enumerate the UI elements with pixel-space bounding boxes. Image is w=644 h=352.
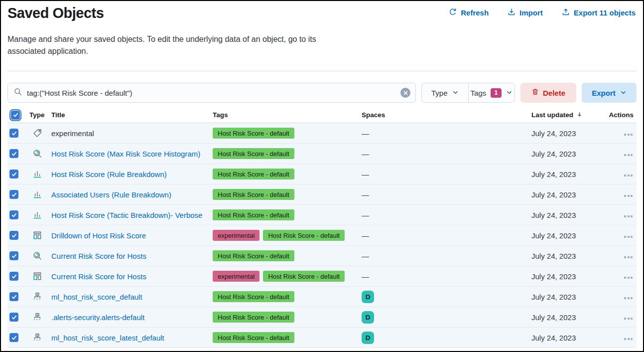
tag-badge[interactable]: Host Risk Score - default (213, 312, 294, 323)
chevron-down-icon (620, 89, 627, 97)
actions-menu-button[interactable] (623, 234, 634, 240)
object-title-link[interactable]: ml_host_risk_score_default (51, 293, 142, 301)
export-button[interactable]: Export (582, 83, 637, 103)
row-checkbox[interactable] (9, 292, 18, 301)
object-title-link[interactable]: Current Risk Score for Hosts (51, 272, 146, 281)
tag-badge[interactable]: Host Risk Score - default (213, 128, 294, 139)
spaces-empty: — (362, 272, 369, 281)
spaces-cell: — (362, 231, 531, 240)
row-checkbox[interactable] (9, 272, 18, 281)
object-title-link[interactable]: Host Risk Score (Rule Breakdown) (51, 170, 167, 178)
object-title-link[interactable]: .alerts-security.alerts-default (51, 313, 144, 322)
export-objects-button[interactable]: Export 11 objects (562, 8, 636, 17)
select-all-checkbox[interactable] (11, 111, 20, 120)
actions-menu-button[interactable] (623, 213, 634, 219)
tag-badge[interactable]: Host Risk Score - default (263, 271, 345, 282)
column-header-last-updated[interactable]: Last updated (531, 111, 606, 119)
tag-badge[interactable]: Host Risk Score - default (213, 250, 294, 261)
page-description: Manage and share your saved objects. To … (7, 33, 336, 57)
actions-menu-button[interactable] (623, 152, 634, 158)
column-header-tags: Tags (213, 111, 362, 119)
tag-badge[interactable]: Host Risk Score - default (263, 230, 345, 241)
last-updated-cell: July 24, 2023 (531, 293, 606, 301)
actions-menu-button[interactable] (623, 254, 634, 260)
spaces-cell: D (362, 332, 531, 344)
actions-menu-button[interactable] (623, 193, 634, 199)
spaces-cell: D (362, 291, 531, 303)
import-button[interactable]: Import (508, 8, 543, 17)
lens-icon (33, 149, 42, 158)
table-row: Associated Users (Rule Breakdown)Host Ri… (7, 184, 637, 205)
row-checkbox[interactable] (9, 231, 18, 240)
table-row: Host Risk Score (Tactic Breakdown)- Verb… (7, 205, 637, 225)
table-row: .alerts-security.alerts-defaultHost Risk… (7, 307, 637, 328)
visualization-icon (33, 190, 42, 199)
actions-menu-button[interactable] (623, 316, 634, 322)
row-checkbox[interactable] (9, 190, 18, 199)
row-checkbox[interactable] (9, 251, 18, 260)
row-checkbox[interactable] (9, 333, 18, 342)
page-header: Saved Objects Refresh Import Export 11 o… (7, 5, 637, 21)
object-title-link[interactable]: Host Risk Score (Tactic Breakdown)- Verb… (51, 211, 202, 219)
tag-badge[interactable]: Host Risk Score - default (213, 189, 294, 200)
table-row: Host Risk Score (Max Risk Score Histogra… (7, 144, 637, 164)
object-title-link[interactable]: Current Risk Score for Hosts (51, 252, 146, 260)
actions-menu-button[interactable] (623, 295, 634, 301)
spaces-empty: — (362, 129, 369, 138)
trash-icon (531, 88, 539, 97)
object-title-link[interactable]: Host Risk Score (Max Risk Score Histogra… (51, 150, 200, 158)
delete-button[interactable]: Delete (520, 83, 576, 103)
last-updated-cell: July 24, 2023 (531, 334, 606, 342)
tag-badge[interactable]: Host Risk Score - default (213, 148, 294, 159)
row-checkbox[interactable] (9, 210, 18, 219)
tags-filter-button[interactable]: Tags 1 (468, 83, 515, 102)
table-row: ml_host_risk_score_defaultHost Risk Scor… (7, 287, 637, 307)
clear-search-icon[interactable] (400, 88, 410, 98)
last-updated-cell: July 24, 2023 (531, 190, 606, 199)
header-actions: Refresh Import Export 11 objects (449, 5, 637, 17)
search-input[interactable] (27, 89, 395, 97)
section-divider (7, 71, 637, 71)
table-row: Current Risk Score for Hostsexperimental… (7, 266, 637, 287)
object-title-link[interactable]: Associated Users (Rule Breakdown) (51, 190, 171, 199)
spaces-empty: — (362, 150, 369, 158)
object-title: experimental (51, 129, 94, 138)
tag-badge[interactable]: Host Risk Score - default (213, 332, 294, 343)
refresh-button[interactable]: Refresh (449, 8, 489, 17)
actions-menu-button[interactable] (623, 132, 634, 138)
tag-badge[interactable]: Host Risk Score - default (213, 169, 294, 179)
tags-cell: Host Risk Score - default (213, 312, 362, 323)
tags-cell: Host Risk Score - default (213, 148, 362, 159)
spaces-cell: — (362, 252, 531, 260)
actions-menu-button[interactable] (623, 173, 634, 178)
space-badge-default: D (362, 291, 374, 303)
object-title-link[interactable]: ml_host_risk_score_latest_default (51, 334, 164, 342)
last-updated-cell: July 24, 2023 (531, 252, 606, 260)
tags-cell: Host Risk Score - default (213, 332, 362, 343)
actions-menu-button[interactable] (623, 336, 634, 342)
saved-objects-page: Saved Objects Refresh Import Export 11 o… (0, 0, 644, 352)
tag-badge[interactable]: experimental (213, 230, 259, 241)
row-checkbox[interactable] (9, 170, 18, 178)
tags-cell: Host Risk Score - default (213, 291, 362, 302)
last-updated-cell: July 24, 2023 (531, 150, 606, 158)
tags-cell: Host Risk Score - default (213, 189, 362, 200)
spaces-empty: — (362, 170, 369, 178)
last-updated-cell: July 24, 2023 (531, 129, 606, 138)
select-all-checkbox-ring (9, 109, 21, 121)
actions-menu-button[interactable] (623, 275, 634, 281)
spaces-empty: — (362, 190, 369, 199)
table-header: Type Title Tags Spaces Last updated Acti… (7, 107, 637, 123)
tag-badge[interactable]: experimental (213, 271, 259, 282)
tag-badge[interactable]: Host Risk Score - default (213, 209, 294, 220)
chevron-down-icon (506, 89, 513, 97)
tag-badge[interactable]: Host Risk Score - default (213, 291, 294, 302)
object-title-link[interactable]: Drilldown of Host Risk Score (51, 231, 146, 240)
row-checkbox[interactable] (9, 129, 18, 138)
lens-icon (33, 251, 42, 260)
row-checkbox[interactable] (9, 313, 18, 322)
last-updated-cell: July 24, 2023 (531, 272, 606, 281)
visualization-icon (33, 170, 42, 178)
type-filter-button[interactable]: Type (422, 83, 468, 102)
row-checkbox[interactable] (9, 149, 18, 158)
